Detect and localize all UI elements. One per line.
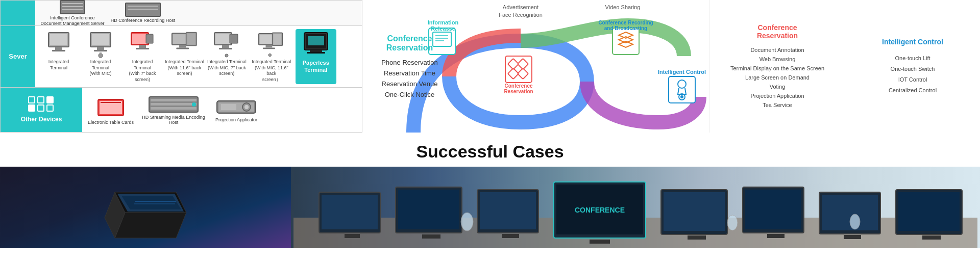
device-3-img — [129, 30, 157, 58]
cases-photo-row: CONFERENCE — [0, 167, 980, 248]
svg-text:Conference Recording: Conference Recording — [598, 20, 653, 25]
svg-rect-25 — [219, 48, 232, 49]
right-features: ConferenceReservation Document Annotatio… — [709, 0, 980, 133]
device-2-img — [87, 30, 115, 58]
svg-point-46 — [192, 102, 196, 107]
svg-rect-19 — [179, 45, 186, 48]
device-mic-11inch: Integrated Terminal(With MIC, 11.6" back… — [249, 29, 295, 84]
table-cards-label: Electronic Table Cards — [88, 120, 134, 125]
left-item-1: Phone Reservation — [366, 59, 453, 66]
eq-server-row: Sever IntegratedTerminal — [1, 26, 362, 88]
svg-rect-12 — [146, 34, 153, 43]
eq-other-devices: Electronic Table Cards HD Streaming Medi… — [82, 88, 362, 132]
svg-text:CONFERENCE: CONFERENCE — [575, 206, 625, 214]
ic-items: One-touch Lift One-touch Switch IOT Cont… — [853, 55, 972, 95]
server-device-1: Intelligent Conference Document Manageme… — [39, 0, 106, 26]
device-projector: Projection Applicator — [211, 97, 262, 122]
svg-rect-90 — [345, 234, 360, 238]
svg-rect-109 — [844, 235, 861, 239]
main-wrapper: Intelligent Conference Document Manageme… — [0, 0, 980, 248]
device-5-img — [213, 30, 241, 58]
left-item-4: One-Click Notice — [366, 91, 453, 98]
photo-left — [0, 167, 291, 248]
ic-item-1: One-touch Lift — [853, 55, 972, 61]
svg-rect-38 — [308, 36, 324, 45]
left-item-3: Reservation Venue — [366, 80, 453, 88]
svg-rect-32 — [263, 47, 275, 49]
conf-res-item-3: Terminal Display on the Same Screen — [718, 65, 837, 71]
server-label: Sever — [1, 26, 35, 87]
svg-point-33 — [268, 54, 272, 57]
svg-rect-2 — [52, 50, 65, 51]
equipment-panel: Intelligent Conference Document Manageme… — [0, 0, 362, 133]
svg-text:Advertisement: Advertisement — [503, 4, 538, 10]
device-11inch: Integrated Terminal(With 11.6" backscree… — [164, 29, 205, 84]
diagram-middle: Information Releas​se Conference Reserva… — [362, 0, 709, 133]
svg-rect-13 — [139, 45, 146, 48]
conf-reservation-col: ConferenceReservation Document Annotatio… — [709, 0, 845, 133]
svg-rect-51 — [221, 104, 236, 110]
svg-rect-3 — [50, 34, 67, 45]
conf-res-title: ConferenceReservation — [718, 23, 837, 40]
svg-rect-100 — [590, 240, 610, 244]
svg-point-69 — [680, 95, 683, 98]
device-table-cards: Electronic Table Cards — [85, 94, 136, 125]
svg-rect-45 — [151, 107, 197, 110]
other-label-text: Other Devices — [21, 116, 62, 123]
svg-rect-7 — [92, 34, 109, 45]
success-title: Successful Cases — [0, 142, 980, 162]
svg-point-113 — [461, 213, 473, 231]
svg-marker-80 — [115, 213, 186, 238]
device-integrated-mic: IntegratedTerminal(With MIC) — [80, 29, 121, 84]
svg-text:and Broadcasting: and Broadcasting — [604, 25, 647, 31]
projector-label: Projection Applicator — [215, 117, 257, 122]
device-3d — [100, 172, 191, 243]
conf-res-item-5: Voting — [718, 84, 837, 90]
server-device-2: HD Conference Recording Host — [110, 3, 176, 23]
svg-rect-24 — [222, 45, 229, 48]
device-7inch: IntegratedTerminal(With 7" backscreen) — [122, 29, 163, 84]
device-integrated-terminal: IntegratedTerminal — [38, 29, 79, 84]
svg-text:Conference: Conference — [504, 83, 532, 89]
device-4-label: Integrated Terminal(With 11.6" backscree… — [165, 59, 204, 77]
ic-item-4: Centralized Control — [853, 87, 972, 93]
device-1-label: IntegratedTerminal — [48, 59, 69, 71]
svg-rect-37 — [307, 52, 325, 54]
device-paperless: PaperlessTerminal — [296, 29, 336, 84]
device-6-label: Integrated Terminal(With MIC, 11.6" back… — [250, 59, 293, 83]
svg-rect-22 — [215, 34, 231, 44]
conf-res-items: Document Annotation Web Browsing Termina… — [718, 47, 837, 110]
svg-rect-108 — [822, 195, 878, 230]
svg-rect-95 — [480, 192, 536, 229]
ic-title: Intelligent Control — [853, 38, 972, 46]
svg-text:Reservation: Reservation — [504, 89, 533, 94]
svg-rect-105 — [745, 190, 801, 229]
ic-item-3: IOT Control — [853, 76, 972, 83]
svg-rect-30 — [273, 34, 282, 45]
svg-rect-103 — [688, 235, 706, 240]
photo-right: CONFERENCE — [291, 167, 980, 248]
device-4-img — [170, 30, 199, 58]
svg-text:Face Recognition: Face Recognition — [499, 12, 543, 18]
ic-item-2: One-touch Switch — [853, 66, 972, 72]
left-diag-items: Phone Reservation Reservation Time Reser… — [366, 59, 453, 98]
svg-rect-1 — [55, 47, 62, 50]
streaming-label: HD Streaming Media Encoding Host — [140, 115, 207, 125]
svg-point-115 — [850, 214, 860, 229]
svg-rect-20 — [176, 48, 189, 49]
conference-scene: CONFERENCE — [291, 167, 980, 248]
svg-rect-14 — [136, 48, 149, 49]
svg-rect-57 — [505, 56, 532, 83]
svg-rect-6 — [94, 50, 107, 51]
svg-rect-16 — [173, 34, 187, 44]
device-1-img — [45, 30, 73, 58]
conf-res-item-4: Large Screen on Demand — [718, 74, 837, 81]
conf-res-item-7: Tea Service — [718, 102, 837, 108]
eq-devices: IntegratedTerminal — [35, 26, 362, 87]
left-diag-title: Conference Reservation — [366, 34, 453, 52]
svg-text:Intelligent Control: Intelligent Control — [658, 69, 706, 75]
conf-res-item-6: Projection Application — [718, 93, 837, 99]
svg-rect-96 — [502, 234, 519, 238]
svg-rect-112 — [922, 235, 941, 240]
bottom-section: Successful Cases — [0, 133, 980, 248]
